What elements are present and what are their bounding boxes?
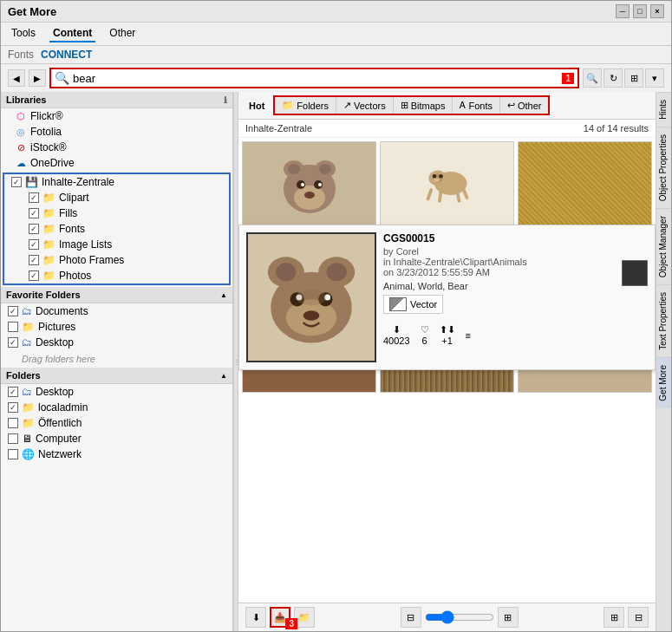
pictures-item[interactable]: 📁 Pictures xyxy=(1,319,232,335)
fonts-checkbox[interactable] xyxy=(29,224,39,234)
library-fotolia[interactable]: ◎ Fotolia xyxy=(1,124,232,140)
photos-item[interactable]: 📁 Photos xyxy=(4,268,229,283)
library-istock[interactable]: ⊘ iStock® xyxy=(1,140,232,155)
localadmin-checkbox[interactable] xyxy=(8,402,18,413)
search-go-button[interactable]: 🔍 xyxy=(583,68,602,88)
photoframes-label: Photo Frames xyxy=(59,254,124,266)
tooltip-title: CGS00015 xyxy=(383,232,648,244)
documents-item[interactable]: 🗂 Documents xyxy=(1,303,232,319)
svg-line-17 xyxy=(427,190,431,199)
photos-checkbox[interactable] xyxy=(29,270,39,281)
photoframes-checkbox[interactable] xyxy=(29,255,39,265)
documents-checkbox[interactable] xyxy=(8,306,18,316)
bitmaps-filter-label: Bitmaps xyxy=(411,101,446,111)
search-input[interactable] xyxy=(73,72,558,85)
libraries-label: Libraries xyxy=(6,94,46,105)
title-bar-controls: ─ □ × xyxy=(616,4,664,18)
menu-content[interactable]: Content xyxy=(49,25,95,42)
results-count: 14 of 14 results xyxy=(584,123,649,134)
size-large-button[interactable]: ⊞ xyxy=(498,607,519,628)
view-button[interactable]: ⊞ xyxy=(624,68,643,88)
offentlich-item[interactable]: 📁 Öffentlich xyxy=(1,415,232,431)
svg-line-19 xyxy=(457,192,459,201)
download-icon: ⬇ xyxy=(393,324,401,336)
menu-tools[interactable]: Tools xyxy=(8,25,39,42)
side-tab-hints[interactable]: Hints xyxy=(656,92,671,127)
pictures-folder-icon: 📁 xyxy=(22,321,35,333)
favorite-folders-header[interactable]: Favorite Folders ▲ xyxy=(1,287,232,303)
side-tab-text-properties[interactable]: Text Properties xyxy=(656,284,671,357)
computer-label: Computer xyxy=(36,433,82,445)
fills-checkbox[interactable] xyxy=(29,208,39,218)
photoframes-item[interactable]: 📁 Photo Frames xyxy=(4,252,229,268)
svg-point-10 xyxy=(318,183,322,186)
offentlich-checkbox[interactable] xyxy=(8,418,18,428)
fills-item[interactable]: 📁 Fills xyxy=(4,205,229,221)
library-flickr[interactable]: ⬡ Flickr® xyxy=(1,108,232,124)
filter-vectors-button[interactable]: ↗ Vectors xyxy=(336,97,394,114)
flickr-icon: ⬡ xyxy=(15,110,27,122)
bottom-toolbar: ⬇ 📥 3 📁 ⊟ ⊞ ⊞ ⊟ xyxy=(238,603,656,631)
inhalte-zentrale-item[interactable]: 💾 Inhalte-Zentrale xyxy=(4,174,229,190)
desktop-fav-item[interactable]: 🗂 Desktop xyxy=(1,335,232,350)
imagelists-item[interactable]: 📁 Image Lists xyxy=(4,237,229,252)
filter-fonts-button[interactable]: Ꭺ Fonts xyxy=(453,97,500,114)
tooltip-on: on 3/23/2012 5:55:59 AM xyxy=(383,267,648,277)
size-small-button[interactable]: ⊟ xyxy=(401,607,421,628)
fonts-filter-label: Fonts xyxy=(468,101,493,111)
list-view-button[interactable]: ⊟ xyxy=(628,607,649,628)
minimize-button[interactable]: ─ xyxy=(616,4,630,18)
desktop-folder-item[interactable]: 🗂 Desktop xyxy=(1,384,232,400)
clipart-checkbox[interactable] xyxy=(29,192,39,203)
title-bar: Get More ─ □ × xyxy=(1,1,671,23)
tooltip-by: by Corel xyxy=(383,246,648,257)
folders-header[interactable]: Folders ▲ xyxy=(1,368,232,384)
side-tab-object-manager[interactable]: Object Manager xyxy=(656,208,671,284)
search-badge: 1 xyxy=(562,73,574,84)
clipart-item[interactable]: 📁 Clipart xyxy=(4,190,229,205)
netzwerk-icon: 🌐 xyxy=(22,448,35,460)
size-slider[interactable] xyxy=(425,610,494,624)
filter-other-button[interactable]: ↩ Other xyxy=(500,97,549,114)
back-button[interactable]: ◀ xyxy=(8,69,25,87)
filter-button-group: 📁 Folders ↗ Vectors ⊞ Bitmaps Ꭺ Fonts xyxy=(273,95,550,115)
svg-point-15 xyxy=(439,174,443,179)
search-input-wrap: 🔍 1 xyxy=(49,68,579,88)
filter-bitmaps-button[interactable]: ⊞ Bitmaps xyxy=(394,97,453,114)
tooltip-popup: CGS00015 by Corel in Inhalte-Zentrale\Cl… xyxy=(238,225,656,370)
tooltip-info: CGS00015 by Corel in Inhalte-Zentrale\Cl… xyxy=(383,232,648,362)
netzwerk-item[interactable]: 🌐 Netzwerk xyxy=(1,446,232,462)
inhalte-zentrale-checkbox[interactable] xyxy=(11,177,22,187)
library-onedrive[interactable]: ☁ OneDrive xyxy=(1,155,232,171)
grid-view-button[interactable]: ⊞ xyxy=(603,607,624,628)
other-filter-icon: ↩ xyxy=(507,100,515,111)
filter-bar: Hot 📁 Folders ↗ Vectors ⊞ Bitmaps xyxy=(238,92,656,120)
computer-item[interactable]: 🖥 Computer xyxy=(1,431,232,446)
pictures-checkbox[interactable] xyxy=(8,322,18,332)
bottom-import-button[interactable]: ⬇ xyxy=(245,607,266,628)
dropdown-button[interactable]: ▾ xyxy=(645,68,664,88)
stat-menu[interactable]: ≡ xyxy=(466,330,471,341)
svg-point-33 xyxy=(297,290,327,306)
localadmin-item[interactable]: 📁 localadmin xyxy=(1,400,232,415)
desktop-fav-label: Desktop xyxy=(36,336,74,349)
filter-folders-button[interactable]: 📁 Folders xyxy=(275,97,336,114)
fonts-item[interactable]: 📁 Fonts xyxy=(4,221,229,237)
libraries-header[interactable]: Libraries ℹ xyxy=(1,92,232,108)
imagelists-checkbox[interactable] xyxy=(29,239,39,250)
connect-button[interactable]: CONNECT xyxy=(41,49,92,61)
istock-icon: ⊘ xyxy=(15,141,27,153)
maximize-button[interactable]: □ xyxy=(633,4,647,18)
menu-other[interactable]: Other xyxy=(106,25,139,42)
menu-bar: Tools Content Other xyxy=(1,23,671,46)
forward-button[interactable]: ▶ xyxy=(29,69,46,87)
close-button[interactable]: × xyxy=(650,4,664,18)
desktop-folder-checkbox[interactable] xyxy=(8,387,18,397)
side-tab-object-properties[interactable]: Object Properties xyxy=(656,127,671,208)
side-tab-get-more[interactable]: Get More xyxy=(656,357,671,408)
istock-label: iStock® xyxy=(30,141,67,153)
computer-checkbox[interactable] xyxy=(8,433,18,444)
netzwerk-checkbox[interactable] xyxy=(8,449,18,459)
refresh-button[interactable]: ↻ xyxy=(603,68,623,88)
desktop-fav-checkbox[interactable] xyxy=(8,337,18,348)
